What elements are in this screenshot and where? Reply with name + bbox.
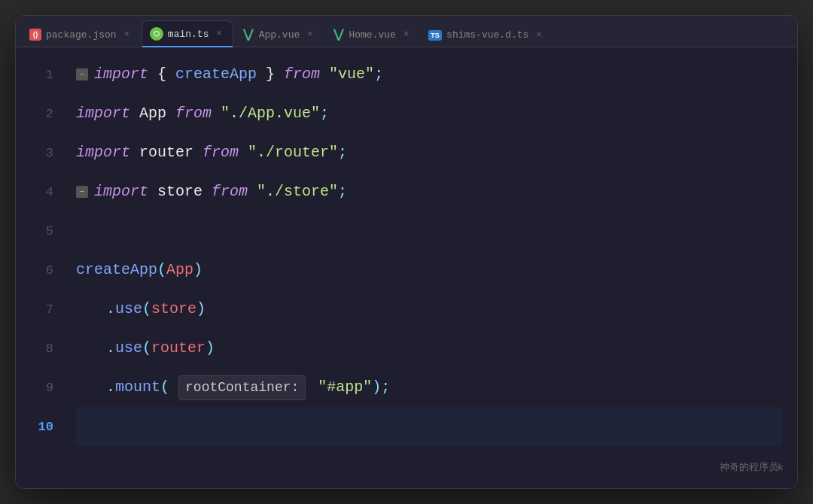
close-icon-shims-vue[interactable]: × bbox=[536, 30, 541, 41]
line-num-4: 4 bbox=[23, 172, 53, 211]
line-num-3: 3 bbox=[23, 133, 53, 172]
code-line-10 bbox=[76, 407, 782, 446]
line-num-2: 2 bbox=[23, 94, 53, 133]
tooltip-rootcontainer: rootContainer: bbox=[178, 375, 306, 400]
line-num-5: 5 bbox=[23, 211, 53, 250]
line-num-9: 9 bbox=[23, 368, 53, 407]
line-num-6: 6 bbox=[23, 250, 53, 290]
tab-bar: {} package.json × ⬡ main.ts × ⋁ App.vue … bbox=[16, 16, 797, 47]
tab-label-main-ts: main.ts bbox=[168, 29, 209, 40]
node-icon: ⬡ bbox=[150, 27, 163, 41]
fold-icon-1[interactable]: − bbox=[76, 68, 88, 80]
close-icon-package-json[interactable]: × bbox=[124, 29, 129, 40]
code-area: 1 2 3 4 5 6 7 8 9 10 − import { createAp… bbox=[16, 47, 797, 488]
close-icon-main-ts[interactable]: × bbox=[216, 29, 221, 39]
tab-label-app-vue: App.vue bbox=[259, 29, 300, 41]
line-num-7: 7 bbox=[23, 290, 53, 329]
vue-icon-app: ⋁ bbox=[242, 29, 254, 41]
code-line-2: import App from "./App.vue" ; bbox=[76, 94, 782, 133]
fold-icon-4[interactable]: − bbox=[76, 186, 88, 198]
code-line-3: import router from "./router" ; bbox=[76, 133, 782, 172]
tab-label-home-vue: Home.vue bbox=[349, 29, 395, 41]
vue-icon-home: ⋁ bbox=[332, 29, 344, 41]
tab-label-shims-vue: shims-vue.d.ts bbox=[446, 29, 528, 41]
tab-package-json[interactable]: {} package.json × bbox=[22, 23, 140, 47]
code-line-7: . use ( store ) bbox=[76, 290, 782, 329]
tab-label-package-json: package.json bbox=[46, 29, 117, 41]
line-num-8: 8 bbox=[23, 329, 53, 368]
code-line-4: − import store from "./store" ; bbox=[76, 172, 782, 211]
tab-app-vue[interactable]: ⋁ App.vue × bbox=[235, 23, 324, 47]
code-line-9: . mount ( rootContainer: "#app" ) ; bbox=[76, 368, 782, 407]
line-numbers: 1 2 3 4 5 6 7 8 9 10 bbox=[16, 55, 61, 481]
line-num-1: 1 bbox=[23, 55, 53, 94]
code-content[interactable]: − import { createApp } from "vue" ; impo… bbox=[61, 55, 797, 481]
code-line-8: . use ( router ) bbox=[76, 329, 782, 368]
line-num-10: 10 bbox=[23, 407, 53, 446]
code-line-6: createApp ( App ) bbox=[76, 250, 782, 290]
tab-shims-vue[interactable]: TS shims-vue.d.ts × bbox=[421, 23, 552, 47]
code-line-5 bbox=[76, 211, 782, 250]
tab-main-ts[interactable]: ⬡ main.ts × bbox=[142, 20, 233, 47]
json-icon: {} bbox=[29, 29, 41, 41]
code-line-1: − import { createApp } from "vue" ; bbox=[76, 55, 782, 94]
tab-home-vue[interactable]: ⋁ Home.vue × bbox=[324, 23, 419, 47]
close-icon-app-vue[interactable]: × bbox=[307, 29, 312, 40]
ts-icon-shims: TS bbox=[428, 30, 442, 41]
close-icon-home-vue[interactable]: × bbox=[403, 29, 409, 40]
